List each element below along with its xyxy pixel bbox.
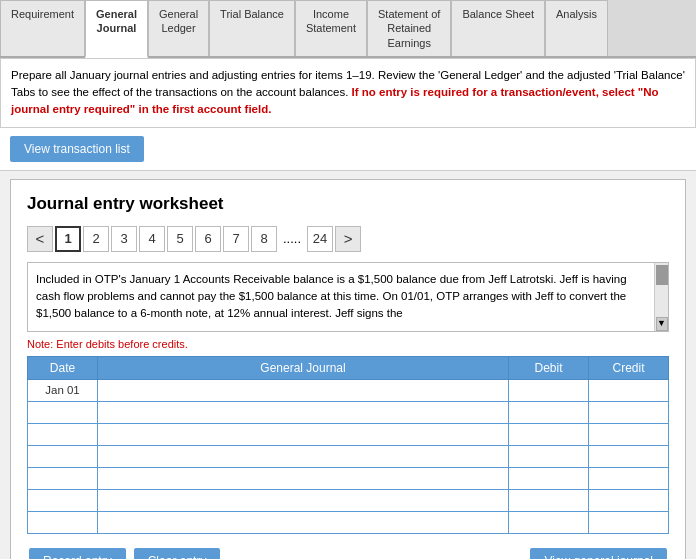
col-header-debit: Debit [509,356,589,379]
bottom-buttons: Record entry Clear entry View general jo… [27,548,669,559]
row-3-journal-input[interactable] [104,428,502,440]
row-1-journal[interactable] [98,379,509,401]
table-row [28,489,669,511]
instruction-banner: Prepare all January journal entries and … [0,58,696,128]
row-3-debit-input[interactable] [515,428,582,440]
row-7-debit[interactable] [509,511,589,533]
table-row [28,445,669,467]
table-row: Jan 01 [28,379,669,401]
page-7[interactable]: 7 [223,226,249,252]
row-3-journal[interactable] [98,423,509,445]
row-4-debit[interactable] [509,445,589,467]
table-row [28,511,669,533]
row-5-journal[interactable] [98,467,509,489]
scrollbar-thumb [656,265,668,285]
page-5[interactable]: 5 [167,226,193,252]
row-6-credit-input[interactable] [595,494,662,506]
view-transaction-button[interactable]: View transaction list [10,136,144,162]
row-1-credit-input[interactable] [595,384,662,396]
row-3-credit[interactable] [589,423,669,445]
row-4-credit[interactable] [589,445,669,467]
clear-entry-button[interactable]: Clear entry [134,548,221,559]
page-next[interactable]: > [335,226,361,252]
tab-general-journal[interactable]: GeneralJournal [85,0,148,58]
description-box: Included in OTP's January 1 Accounts Rec… [27,262,669,332]
tab-general-ledger[interactable]: GeneralLedger [148,0,209,56]
row-5-credit-input[interactable] [595,472,662,484]
view-transaction-area: View transaction list [0,128,696,171]
row-7-date [28,511,98,533]
pagination: < 1 2 3 4 5 6 7 8 ..... 24 > [27,226,669,252]
page-ellipsis: ..... [279,231,305,246]
row-4-journal-input[interactable] [104,450,502,462]
view-general-journal-button[interactable]: View general journal [530,548,667,559]
row-1-credit[interactable] [589,379,669,401]
row-5-journal-input[interactable] [104,472,502,484]
row-7-debit-input[interactable] [515,516,582,528]
row-5-date [28,467,98,489]
row-1-journal-input[interactable] [104,384,502,396]
page-1[interactable]: 1 [55,226,81,252]
page-8[interactable]: 8 [251,226,277,252]
row-2-debit-input[interactable] [515,406,582,418]
row-3-debit[interactable] [509,423,589,445]
tab-statement-retained[interactable]: Statement ofRetainedEarnings [367,0,451,56]
row-4-date [28,445,98,467]
journal-table: Date General Journal Debit Credit Jan 01 [27,356,669,534]
row-3-credit-input[interactable] [595,428,662,440]
col-header-credit: Credit [589,356,669,379]
page-6[interactable]: 6 [195,226,221,252]
table-header-row: Date General Journal Debit Credit [28,356,669,379]
tab-bar: Requirement GeneralJournal GeneralLedger… [0,0,696,58]
worksheet-title: Journal entry worksheet [27,194,669,214]
row-2-journal[interactable] [98,401,509,423]
tab-balance-sheet[interactable]: Balance Sheet [451,0,545,56]
row-3-date [28,423,98,445]
tab-income-statement[interactable]: IncomeStatement [295,0,367,56]
table-row [28,467,669,489]
table-row [28,423,669,445]
row-1-debit[interactable] [509,379,589,401]
row-6-debit[interactable] [509,489,589,511]
row-2-journal-input[interactable] [104,406,502,418]
row-4-journal[interactable] [98,445,509,467]
row-7-journal[interactable] [98,511,509,533]
row-1-debit-input[interactable] [515,384,582,396]
page-4[interactable]: 4 [139,226,165,252]
row-6-credit[interactable] [589,489,669,511]
row-5-debit-input[interactable] [515,472,582,484]
row-6-debit-input[interactable] [515,494,582,506]
row-4-debit-input[interactable] [515,450,582,462]
page-prev[interactable]: < [27,226,53,252]
page-3[interactable]: 3 [111,226,137,252]
worksheet-container: Journal entry worksheet < 1 2 3 4 5 6 7 … [10,179,686,559]
row-4-credit-input[interactable] [595,450,662,462]
table-row [28,401,669,423]
row-5-credit[interactable] [589,467,669,489]
scrollbar-down-arrow[interactable]: ▼ [656,317,668,331]
description-text: Included in OTP's January 1 Accounts Rec… [36,271,660,323]
row-2-credit-input[interactable] [595,406,662,418]
row-1-date: Jan 01 [28,379,98,401]
row-6-journal[interactable] [98,489,509,511]
scrollbar[interactable]: ▼ [654,263,668,331]
row-7-journal-input[interactable] [104,516,502,528]
page-24[interactable]: 24 [307,226,333,252]
row-2-date [28,401,98,423]
row-5-debit[interactable] [509,467,589,489]
record-entry-button[interactable]: Record entry [29,548,126,559]
page-2[interactable]: 2 [83,226,109,252]
row-6-journal-input[interactable] [104,494,502,506]
row-6-date [28,489,98,511]
note-text: Note: Enter debits before credits. [27,338,669,350]
row-7-credit-input[interactable] [595,516,662,528]
row-7-credit[interactable] [589,511,669,533]
bottom-buttons-left: Record entry Clear entry [29,548,220,559]
tab-trial-balance[interactable]: Trial Balance [209,0,295,56]
col-header-journal: General Journal [98,356,509,379]
row-2-credit[interactable] [589,401,669,423]
col-header-date: Date [28,356,98,379]
tab-analysis[interactable]: Analysis [545,0,608,56]
row-2-debit[interactable] [509,401,589,423]
tab-requirement[interactable]: Requirement [0,0,85,56]
